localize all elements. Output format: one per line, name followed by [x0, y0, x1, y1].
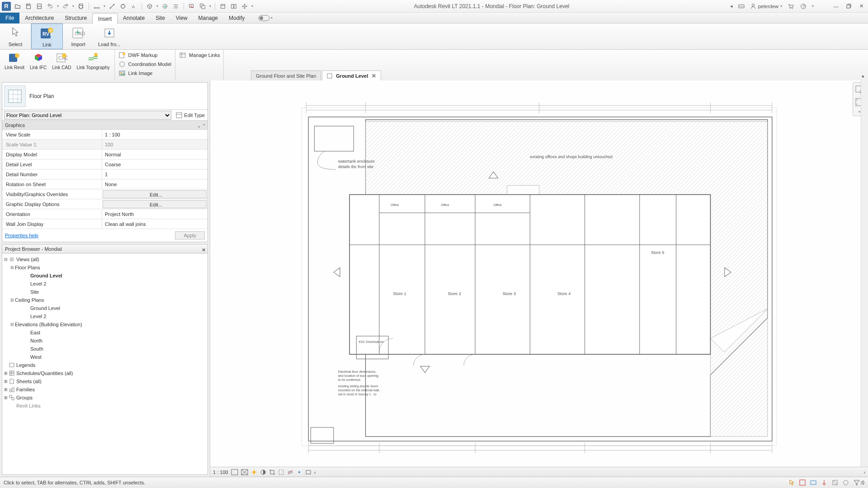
keyboard-shortcuts-icon[interactable]: [737, 2, 745, 10]
tree-views-all[interactable]: ⊟Views (all): [3, 255, 207, 263]
tree-schedules[interactable]: ⊞Schedules/Quantities (all): [3, 369, 207, 377]
status-select-pinned-icon[interactable]: [821, 479, 828, 486]
qat-save-icon[interactable]: [24, 2, 33, 10]
menu-architecture[interactable]: Architecture: [19, 13, 59, 23]
nav-left-icon[interactable]: ◂: [730, 3, 733, 9]
tree-floor-plans[interactable]: ⊟Floor Plans: [3, 263, 207, 272]
prop-group-graphics[interactable]: Graphics⌄ ⌃: [2, 121, 208, 130]
vb-prev-icon[interactable]: ‹: [314, 469, 316, 475]
properties-help-link[interactable]: Properties help: [5, 233, 38, 238]
vb-scale[interactable]: 1 : 100: [213, 469, 228, 475]
vb-crop-icon[interactable]: [269, 469, 275, 475]
help-icon[interactable]: ?: [799, 2, 807, 10]
view-tab-site-plan[interactable]: Ground Floor and Site Plan: [251, 70, 321, 80]
qat-section-icon[interactable]: [161, 2, 169, 10]
tree-families[interactable]: ⊞Families: [3, 385, 207, 394]
menu-annotate[interactable]: Annotate: [118, 13, 150, 23]
qat-switch-windows-icon[interactable]: [198, 2, 207, 10]
cmd-dwf-markup[interactable]: DWF Markup: [118, 52, 171, 59]
qat-align-icon[interactable]: [108, 2, 116, 10]
menu-manage[interactable]: Manage: [193, 13, 223, 23]
menu-view[interactable]: View: [170, 13, 193, 23]
qat-undo-icon[interactable]: [46, 2, 54, 10]
vb-sun-icon[interactable]: [251, 469, 257, 475]
vb-reveal-icon[interactable]: [296, 469, 302, 475]
tree-elevations[interactable]: ⊟Elevations (Building Elevation): [3, 320, 207, 328]
vb-hide-icon[interactable]: [287, 469, 293, 475]
panel-select[interactable]: Select: [0, 23, 31, 49]
prop-rotation-v[interactable]: None: [102, 179, 208, 189]
status-select-underlay-icon[interactable]: [810, 479, 817, 486]
minimize-icon[interactable]: —: [832, 2, 840, 10]
cmd-link-revit[interactable]: Link Revit: [2, 51, 27, 80]
cmd-link-image[interactable]: Link Image: [118, 70, 171, 77]
prop-orient-v[interactable]: Project North: [102, 209, 208, 219]
qat-print-icon[interactable]: [77, 2, 85, 10]
qat-close-hidden-icon[interactable]: [188, 2, 196, 10]
canvas-scrollbar-v[interactable]: [861, 80, 868, 467]
qat-thin-lines-icon[interactable]: [172, 2, 180, 10]
menu-site[interactable]: Site: [150, 13, 170, 23]
tree-east[interactable]: East: [3, 328, 207, 337]
qat-redo-icon[interactable]: [61, 2, 70, 10]
cmd-manage-links[interactable]: Manage Links: [179, 52, 220, 59]
cmd-link-ifc[interactable]: Link IFC: [27, 51, 49, 80]
menu-modify[interactable]: Modify: [223, 13, 250, 23]
tree-revit-links[interactable]: ⊞Revit Links: [3, 402, 207, 410]
qat-window-icon[interactable]: [219, 2, 227, 10]
tree-legends[interactable]: ⊟Legends: [3, 361, 207, 369]
project-browser-close-icon[interactable]: ✕: [202, 245, 206, 254]
prop-detail-number-v[interactable]: 1: [102, 169, 208, 179]
view-tab-close-icon[interactable]: ✕: [372, 71, 376, 81]
qat-move-icon[interactable]: [241, 2, 249, 10]
qat-open-icon[interactable]: [14, 2, 22, 10]
vb-detail-icon[interactable]: [231, 469, 238, 475]
tree-groups[interactable]: ⊞Groups: [3, 394, 207, 402]
vb-next-icon[interactable]: ›: [863, 469, 865, 475]
panel-load[interactable]: Load fro...: [94, 23, 125, 49]
cart-icon[interactable]: [787, 2, 795, 10]
properties-apply-button[interactable]: Apply: [175, 231, 205, 239]
cmd-link-topo[interactable]: Link Topography: [74, 51, 112, 80]
edit-type-button[interactable]: Edit Type: [173, 112, 208, 118]
status-drag-icon[interactable]: [842, 479, 849, 486]
user-menu[interactable]: peterdew ▾: [750, 3, 782, 9]
restore-icon[interactable]: [844, 2, 853, 10]
cmd-link-cad[interactable]: CAD Link CAD: [49, 51, 74, 80]
menu-file[interactable]: File: [0, 13, 19, 23]
tree-south[interactable]: South: [3, 345, 207, 353]
tree-cp-ground[interactable]: Ground Level: [3, 304, 207, 312]
tree-level-2[interactable]: Level 2: [3, 280, 207, 288]
tree-cp-level2[interactable]: Level 2: [3, 312, 207, 320]
status-select-icon[interactable]: [788, 479, 795, 486]
qat-dimension-icon[interactable]: [119, 2, 127, 10]
qat-tile-icon[interactable]: [230, 2, 238, 10]
tree-sheets[interactable]: ⊞Sheets (all): [3, 377, 207, 385]
view-tab-expander-icon[interactable]: ▾: [860, 73, 866, 80]
panel-link[interactable]: RVT Link: [31, 23, 63, 49]
cmd-coordination-model[interactable]: Coordination Model: [118, 61, 171, 68]
qat-3d-icon[interactable]: [146, 2, 154, 10]
prop-vg-edit-button[interactable]: Edit...: [103, 190, 207, 198]
prop-view-scale-v[interactable]: 1 : 100: [102, 130, 208, 139]
status-select-face-icon[interactable]: [831, 479, 839, 486]
vb-crop-region-icon[interactable]: [278, 469, 284, 475]
status-filter[interactable]: :0: [853, 479, 864, 486]
drawing-canvas[interactable]: watertank enclosure details tbc from sit…: [210, 80, 868, 477]
instance-selector[interactable]: Floor Plan: Ground Level: [4, 111, 171, 120]
view-tab-ground-level[interactable]: Ground Level ✕: [322, 70, 381, 80]
menu-structure[interactable]: Structure: [59, 13, 92, 23]
tree-north[interactable]: North: [3, 337, 207, 345]
qat-sync-icon[interactable]: [35, 2, 43, 10]
tree-west[interactable]: West: [3, 353, 207, 361]
tree-site[interactable]: Site: [3, 288, 207, 296]
prop-wjoin-v[interactable]: Clean all wall joins: [102, 219, 208, 229]
prop-display-model-v[interactable]: Normal: [102, 150, 208, 159]
tree-ceiling-plans[interactable]: ⊟Ceiling Plans: [3, 296, 207, 304]
vb-constraints-icon[interactable]: [305, 469, 311, 475]
ribbon-toggle-icon[interactable]: ▾: [255, 13, 276, 23]
close-icon[interactable]: ✕: [857, 2, 865, 10]
vb-model-graphics-icon[interactable]: [241, 469, 248, 475]
prop-detail-level-v[interactable]: Coarse: [102, 160, 208, 169]
status-select-links-icon[interactable]: [799, 479, 806, 486]
